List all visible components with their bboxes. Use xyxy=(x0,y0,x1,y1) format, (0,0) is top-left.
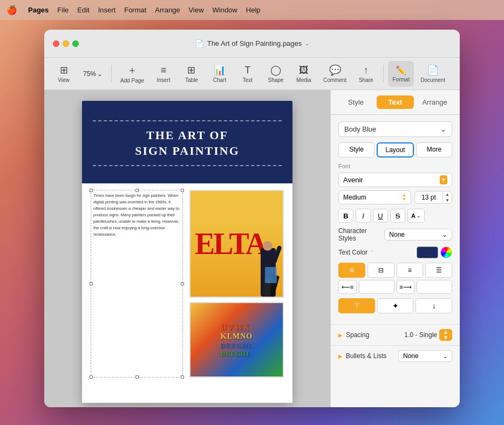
toolbar-chart[interactable]: 📊 Chart xyxy=(207,61,233,87)
apple-menu[interactable]: 🍎 xyxy=(6,5,17,15)
resize-handle-br[interactable] xyxy=(181,375,184,379)
toolbar-comment-label: Comment xyxy=(323,77,346,83)
resize-handle-bl[interactable] xyxy=(90,375,93,379)
chevron-color-icon: ⌄ xyxy=(417,213,421,218)
document-page: THE ART OF SIGN PAINTING xyxy=(82,101,292,403)
font-name-row: Avenir ▾ xyxy=(338,173,452,187)
menu-help[interactable]: Help xyxy=(246,6,261,14)
underline-button[interactable]: U xyxy=(373,209,388,223)
btn-more[interactable]: More xyxy=(416,142,452,157)
spacing-row[interactable]: ▶ Spacing 1.0 - Single ▲ ▼ xyxy=(331,325,460,346)
btn-layout[interactable]: Layout xyxy=(377,142,414,157)
menu-edit[interactable]: Edit xyxy=(77,6,89,14)
tab-arrange[interactable]: Arrange xyxy=(416,95,453,109)
document-title-text: THE ART OF SIGN PAINTING xyxy=(93,128,282,159)
align-center-button[interactable]: ⊟ xyxy=(367,263,394,278)
toolbar-insert[interactable]: ≡ Insert xyxy=(151,61,176,87)
menu-format[interactable]: Format xyxy=(124,6,146,14)
color-letter: A xyxy=(411,212,416,219)
spacing-left: ▶ Spacing xyxy=(338,331,369,339)
title-bar: 📄 The Art of Sign Painting.pages ⌄ xyxy=(44,30,460,58)
toolbar-share[interactable]: ↑ Share xyxy=(353,61,379,87)
letters-image[interactable]: UVWX KLMNO DEFGHI DEFGHI xyxy=(189,302,284,378)
italic-button[interactable]: I xyxy=(356,209,371,223)
text-format-buttons: B I U S A ⌄ xyxy=(338,209,452,223)
align-left-button[interactable]: ≡ xyxy=(338,263,365,278)
zoom-chevron-icon: ⌄ xyxy=(97,70,103,78)
bullets-dropdown[interactable]: None ⌄ xyxy=(398,350,452,362)
letters-display: UVWX KLMNO DEFGHI DEFGHI xyxy=(221,322,253,358)
toolbar-text[interactable]: T Text xyxy=(235,61,261,87)
menu-view[interactable]: View xyxy=(189,6,204,14)
char-styles-dropdown[interactable]: None ⌄ xyxy=(384,229,452,241)
tab-text[interactable]: Text xyxy=(377,95,414,109)
toolbar-chart-label: Chart xyxy=(213,77,226,83)
text-color-label: Text Color ⌃ xyxy=(338,249,374,256)
toolbar-view[interactable]: ⊞ View xyxy=(51,61,77,87)
vert-align-top[interactable]: ⊤ xyxy=(338,298,375,313)
font-size-down[interactable]: ▼ xyxy=(443,197,452,203)
bold-button[interactable]: B xyxy=(338,209,353,223)
toolbar-format[interactable]: ✏️ Format xyxy=(388,61,414,87)
text-box[interactable]: Times have been tough for sign painters.… xyxy=(91,190,183,378)
color-wheel-button[interactable] xyxy=(440,246,452,258)
font-size-up[interactable]: ▲ xyxy=(443,191,452,197)
toolbar-table[interactable]: ⊞ Table xyxy=(179,61,205,87)
toolbar-share-label: Share xyxy=(359,77,373,83)
toolbar-document[interactable]: 📄 Document xyxy=(416,61,449,87)
fullscreen-button[interactable] xyxy=(72,40,79,47)
menu-window[interactable]: Window xyxy=(213,6,237,14)
font-weight-chevrons: ▲▼ xyxy=(402,193,406,202)
font-expand-btn[interactable]: ▾ xyxy=(440,175,447,184)
resize-handle-ml[interactable] xyxy=(90,282,93,285)
tab-style[interactable]: Style xyxy=(337,95,374,109)
menu-insert[interactable]: Insert xyxy=(98,6,116,14)
spacing-stepper[interactable]: ▲ ▼ xyxy=(439,329,452,341)
vert-align-middle[interactable]: ✦ xyxy=(377,298,414,313)
share-icon: ↑ xyxy=(364,65,369,76)
bullets-label: Bullets & Lists xyxy=(346,352,386,360)
toolbar-zoom[interactable]: 75% ⌄ xyxy=(79,61,107,87)
indent-button[interactable]: ≡⟶ xyxy=(397,280,415,294)
toolbar-divider-2 xyxy=(383,65,384,83)
minimize-button[interactable] xyxy=(63,40,69,47)
font-weight-select[interactable]: Medium ▲▼ xyxy=(338,190,411,204)
char-styles-value: None xyxy=(389,231,405,238)
toolbar-media[interactable]: 🖼 Media xyxy=(291,61,317,87)
toolbar-add-page-label: Add Page xyxy=(120,78,144,84)
menu-arrange[interactable]: Arrange xyxy=(155,6,180,14)
font-size-steppers: ▲ ▼ xyxy=(442,191,452,203)
font-name-value: Avenir xyxy=(343,176,363,184)
align-right-button[interactable]: ≡ xyxy=(397,263,424,278)
toolbar-shape[interactable]: ◯ Shape xyxy=(263,61,289,87)
table-icon: ⊞ xyxy=(187,64,195,76)
resize-handle-tl[interactable] xyxy=(90,189,93,192)
resize-handle-mr[interactable] xyxy=(181,282,184,285)
toolbar-comment[interactable]: 💬 Comment xyxy=(319,61,351,87)
title-chevron-icon[interactable]: ⌄ xyxy=(305,40,309,46)
font-name-select[interactable]: Avenir ▾ xyxy=(338,173,452,187)
style-name-dropdown[interactable]: Body Blue ⌄ xyxy=(338,121,452,137)
resize-handle-tr[interactable] xyxy=(181,189,184,192)
delta-image[interactable]: ELTA xyxy=(189,190,284,298)
strikethrough-button[interactable]: S xyxy=(390,209,405,223)
outdent-button[interactable]: ⟵≡ xyxy=(338,280,357,294)
toolbar-add-page[interactable]: ＋ Add Page xyxy=(116,61,148,87)
chart-icon: 📊 xyxy=(214,64,226,76)
menu-file[interactable]: File xyxy=(57,6,69,14)
document-images: ELTA xyxy=(189,190,284,378)
character-styles-row: Character Styles None ⌄ xyxy=(338,227,452,242)
canvas-area[interactable]: THE ART OF SIGN PAINTING xyxy=(44,90,330,407)
close-button[interactable] xyxy=(53,40,59,47)
font-section-label: Font xyxy=(338,163,452,169)
align-justify-button[interactable]: ☰ xyxy=(425,263,452,278)
resize-handle-bm[interactable] xyxy=(135,375,139,379)
dotted-line-bottom xyxy=(93,165,282,166)
text-color-swatch[interactable] xyxy=(417,246,438,258)
vert-align-bottom[interactable]: ↓ xyxy=(416,298,452,313)
bullets-value: None xyxy=(403,352,419,360)
app-menu-pages[interactable]: Pages xyxy=(28,6,49,14)
text-color-format-button[interactable]: A ⌄ xyxy=(407,209,425,223)
resize-handle-tm[interactable] xyxy=(135,189,139,192)
btn-style[interactable]: Style xyxy=(338,142,374,157)
